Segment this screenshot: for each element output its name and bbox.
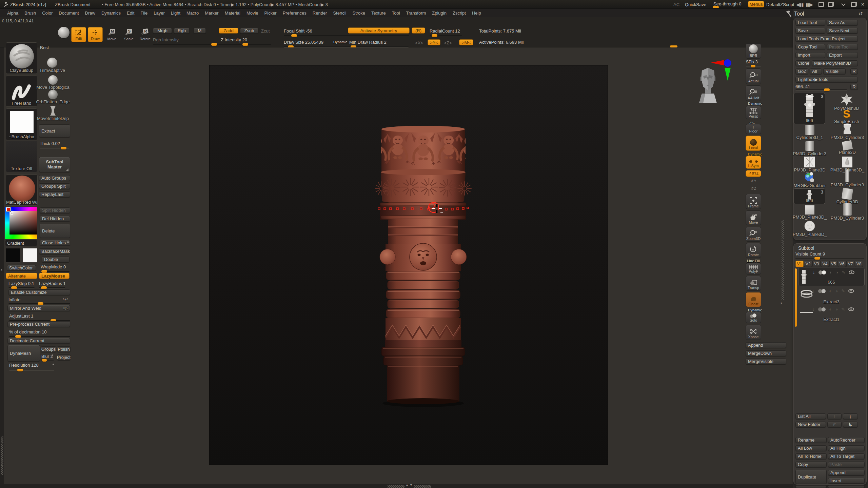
visibility-eye-icon[interactable] bbox=[849, 270, 854, 274]
close-icon[interactable]: × bbox=[861, 1, 864, 7]
current-color-swatch[interactable] bbox=[6, 207, 11, 211]
append-button[interactable]: Append bbox=[828, 470, 865, 475]
menu-item-picker[interactable]: Picker bbox=[261, 11, 280, 16]
z-intensity-handle[interactable] bbox=[242, 43, 248, 46]
focal-shift-track[interactable] bbox=[284, 35, 409, 36]
quicksave-button[interactable]: QuickSave bbox=[685, 2, 706, 7]
subtool-tab-v8[interactable]: V8 bbox=[855, 261, 863, 267]
panel-collapse-right-icon[interactable]: ▮▮▶ bbox=[806, 2, 813, 7]
extract-button[interactable]: Extract bbox=[39, 124, 70, 137]
tray-open-icon[interactable]: ▲ bbox=[406, 483, 409, 487]
shade-half-icon[interactable]: ◐ bbox=[830, 270, 832, 274]
menu-item-brush[interactable]: Brush bbox=[21, 11, 39, 16]
tray-collapse-icon[interactable]: ◂ bbox=[0, 268, 2, 271]
rotate-button[interactable]: R Rotate bbox=[139, 28, 152, 41]
brush-thumb-claybuildup[interactable]: ClayBuildup bbox=[6, 42, 37, 74]
paint-toggle-icon[interactable] bbox=[818, 270, 826, 274]
tool-thumb-pm3d-plane3d-face[interactable]: PM3D_Plane3D_ bbox=[793, 220, 827, 237]
menu-item-movie[interactable]: Movie bbox=[243, 11, 261, 16]
wrap-mode-handle[interactable] bbox=[41, 270, 47, 273]
wrap-mode-track[interactable] bbox=[41, 271, 70, 272]
auto-groups-button[interactable]: Auto Groups bbox=[39, 175, 70, 181]
local-button[interactable]: Local bbox=[746, 136, 761, 151]
menu-item-alpha[interactable]: Alpha bbox=[4, 11, 21, 16]
zadd-button[interactable]: Zadd bbox=[219, 28, 238, 34]
blur-handle[interactable] bbox=[42, 359, 47, 362]
goz-all-button[interactable]: All bbox=[810, 68, 822, 74]
current-material-thumb[interactable] bbox=[58, 26, 70, 39]
subtool-item-666[interactable]: ↓ ◐ ◑ ✎ 666 bbox=[798, 268, 865, 286]
rgb-intensity-track[interactable] bbox=[153, 44, 219, 45]
polypaint-arrow-icon[interactable]: ↓ bbox=[812, 307, 815, 311]
ghost-button[interactable]: Ghost bbox=[746, 292, 761, 307]
bottom-drag-handle-right[interactable] bbox=[414, 485, 431, 488]
visible-count-handle[interactable] bbox=[814, 257, 820, 260]
tool-thumb-pm3d-plane3d-c[interactable]: PM3D_Plane3D_ bbox=[793, 205, 827, 220]
menu-item-render[interactable]: Render bbox=[310, 11, 330, 16]
gradient-toggle[interactable]: Gradient bbox=[5, 240, 37, 246]
panel-divider-arrow[interactable]: ▸ bbox=[781, 301, 783, 305]
rotate-z-button[interactable]: ↺Z bbox=[746, 186, 761, 192]
edit-button[interactable]: Edit bbox=[71, 27, 86, 42]
tool-thumb-pm3d-cylinder3-c[interactable]: PM3D_Cylinder3 bbox=[829, 169, 866, 187]
subtool-item-extract3[interactable]: ↓ ◐ ◑ ✎ Extract3 bbox=[798, 287, 865, 305]
draw-button[interactable]: Draw bbox=[88, 27, 103, 42]
shade-half-icon[interactable]: ◐ bbox=[829, 289, 832, 293]
sculpt-pen-icon[interactable]: ✎ bbox=[841, 307, 845, 311]
rename-button[interactable]: Rename bbox=[795, 437, 827, 443]
tool-thumb-mrgbzgrabber[interactable]: MRGBZGrabber bbox=[793, 172, 827, 188]
menu-item-macro[interactable]: Macro bbox=[183, 11, 202, 16]
menu-item-layer[interactable]: Layer bbox=[151, 11, 168, 16]
alpha-thumb-brushalpha[interactable]: ~BrushAlpha bbox=[6, 108, 37, 140]
visibility-eye-icon[interactable] bbox=[848, 307, 854, 311]
thick-handle[interactable] bbox=[61, 147, 66, 149]
see-through-track[interactable] bbox=[713, 7, 742, 7]
decimation-handle[interactable] bbox=[15, 335, 21, 338]
dynamesh-polish-button[interactable]: Polish bbox=[57, 346, 71, 352]
menu-item-zplugin[interactable]: Zplugin bbox=[429, 11, 450, 16]
mrgb-button[interactable]: Mrgb bbox=[153, 28, 172, 34]
minimize-icon[interactable] bbox=[841, 2, 846, 6]
activate-symmetry-button[interactable]: Activate Symmetry bbox=[348, 27, 410, 34]
double-button[interactable]: Double bbox=[42, 257, 70, 262]
rgb-intensity-handle[interactable] bbox=[211, 43, 217, 46]
shade-half2-icon[interactable]: ◑ bbox=[835, 307, 838, 311]
scale-button[interactable]: S Scale bbox=[123, 28, 135, 41]
visible-count-track[interactable] bbox=[795, 258, 864, 259]
menu-item-stencil[interactable]: Stencil bbox=[330, 11, 349, 16]
all-to-target-button[interactable]: All To Target bbox=[828, 453, 865, 459]
menu-item-draw[interactable]: Draw bbox=[82, 11, 98, 16]
symmetry-z-button[interactable]: >Z< bbox=[443, 40, 453, 45]
preprocess-current-button[interactable]: Pre-process Current bbox=[7, 321, 70, 327]
append-side-button[interactable]: Append bbox=[746, 342, 786, 348]
tool-thumb-cylinder3d[interactable]: Cylinder3D bbox=[829, 188, 866, 204]
make-polymesh3d-button[interactable]: Make PolyMesh3D bbox=[812, 60, 858, 66]
tool-slider-r-button[interactable]: R bbox=[850, 84, 858, 90]
dynamesh-groups-button[interactable]: Groups bbox=[41, 346, 56, 352]
menu-item-marker[interactable]: Marker bbox=[202, 11, 221, 16]
radial-count-track[interactable] bbox=[430, 35, 462, 36]
persp-button[interactable]: Persp bbox=[746, 106, 761, 119]
tool-item-handle[interactable] bbox=[824, 88, 830, 91]
symmetry-x-button[interactable]: >X< bbox=[414, 40, 424, 45]
import-button[interactable]: Import bbox=[795, 52, 825, 58]
goz-button[interactable]: GoZ bbox=[795, 68, 808, 74]
del-hidden-button[interactable]: Del Hidden bbox=[40, 216, 70, 222]
menu-item-tool[interactable]: Tool bbox=[389, 11, 403, 16]
dock-left-icon[interactable] bbox=[818, 2, 824, 7]
zoom3d-button[interactable]: Zoom3D bbox=[746, 227, 761, 242]
menu-item-document[interactable]: Document bbox=[56, 11, 82, 16]
decimation-track[interactable] bbox=[9, 336, 70, 337]
inflate-handle[interactable] bbox=[38, 302, 43, 305]
alternate-button[interactable]: Alternate bbox=[6, 273, 37, 279]
list-all-button[interactable]: List All bbox=[795, 413, 826, 419]
material-thumb-matcap-redwax[interactable]: MatCap Red Wax bbox=[6, 175, 38, 206]
color-selector-dot[interactable] bbox=[11, 212, 13, 215]
lazy-radius-track[interactable] bbox=[39, 287, 65, 288]
paint-toggle-icon[interactable] bbox=[818, 307, 826, 311]
all-to-home-button[interactable]: All To Home bbox=[795, 453, 827, 459]
tool-item-track[interactable] bbox=[795, 89, 847, 90]
goz-r-button[interactable]: R bbox=[850, 68, 858, 74]
see-through-handle[interactable] bbox=[713, 6, 719, 8]
tool-thumb-pm3d-cylinder3-a[interactable]: PM3D_Cylinder3 bbox=[829, 123, 866, 140]
